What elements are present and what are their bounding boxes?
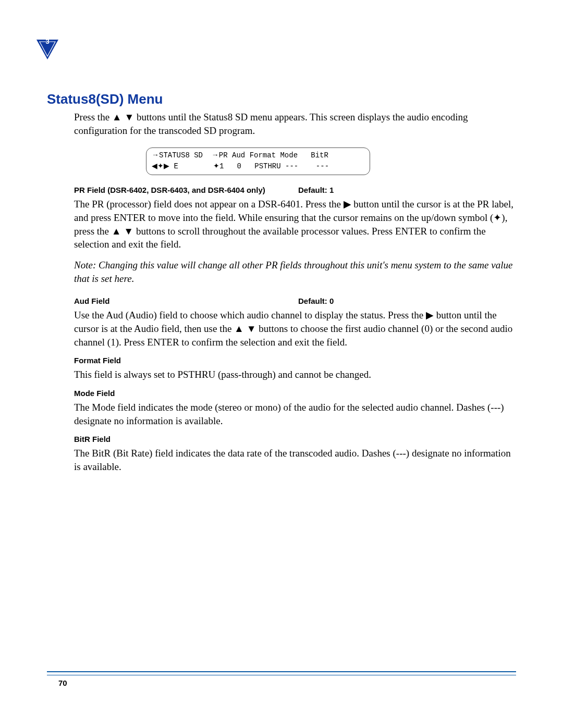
text: Press the: [74, 112, 112, 122]
mode-field-header: Mode Field: [74, 389, 516, 398]
lcd-line2a: E: [169, 162, 213, 170]
pr-field-note: Note: Changing this value will change al…: [74, 258, 516, 285]
lcd-line1a: STATUS8 SD: [159, 151, 212, 159]
mode-field-body: The Mode field indicates the mode (stere…: [74, 401, 516, 427]
pr-field-body: The PR (processor) field does not appear…: [74, 198, 516, 251]
text: buttons to scroll throughout the availab…: [74, 226, 486, 250]
right-arrow-icon: →: [152, 150, 159, 161]
up-arrow-icon: ▲: [112, 110, 122, 124]
down-arrow-icon: ▼: [247, 322, 256, 336]
page-number: 70: [58, 678, 516, 687]
text: Use the Aud (Audio) field to choose whic…: [74, 310, 426, 320]
nav-arrows-icon: ◀✦▶: [152, 161, 169, 171]
text: The PR (processor) field does not appear…: [74, 199, 344, 209]
up-arrow-icon: ▲: [112, 225, 121, 238]
pr-field-header: PR Field (DSR-6402, DSR-6403, and DSR-64…: [74, 186, 516, 194]
field-label: BitR Field: [74, 435, 298, 443]
format-field-header: Format Field: [74, 356, 516, 365]
field-default: Default: 0: [298, 297, 334, 305]
lcd-display: →STATUS8 SD →PR Aud Format Mode BitR ◀✦▶…: [146, 147, 370, 175]
bitr-field-body: The BitR (Bit Rate) field indicates the …: [74, 447, 516, 473]
field-label: PR Field (DSR-6402, DSR-6403, and DSR-64…: [74, 186, 298, 194]
up-arrow-icon: ▲: [234, 322, 244, 336]
right-arrow-icon: ▶: [344, 198, 351, 211]
intro-paragraph: Press the ▲ ▼ buttons until the Status8 …: [74, 110, 516, 137]
field-default: Default: 1: [298, 186, 334, 194]
chapter-marker: 3: [35, 36, 59, 60]
chapter-number: 3: [35, 38, 59, 45]
field-label: Format Field: [74, 356, 298, 365]
page-footer: 70: [47, 671, 516, 687]
field-label: Mode Field: [74, 389, 298, 398]
bitr-field-header: BitR Field: [74, 435, 516, 443]
footer-rule: [47, 675, 516, 675]
aud-field-body: Use the Aud (Audio) field to choose whic…: [74, 309, 516, 349]
lcd-line1b: PR Aud Format Mode BitR: [219, 151, 328, 159]
down-arrow-icon: ▼: [124, 225, 133, 238]
field-label: Aud Field: [74, 297, 298, 305]
up-down-icon: ✦: [213, 161, 219, 171]
lcd-line2b: 1 0 PSTHRU --- ---: [219, 162, 329, 170]
up-down-icon: ✦: [493, 211, 501, 225]
section-heading: Status8(SD) Menu: [47, 91, 516, 107]
aud-field-header: Aud Field Default: 0: [74, 297, 516, 305]
format-field-body: This field is always set to PSTHRU (pass…: [74, 368, 516, 381]
right-arrow-icon: ▶: [426, 309, 434, 322]
down-arrow-icon: ▼: [124, 110, 134, 124]
page: 3 Status8(SD) Menu Press the ▲ ▼ buttons…: [0, 0, 563, 728]
right-arrow-icon: →: [212, 150, 219, 161]
